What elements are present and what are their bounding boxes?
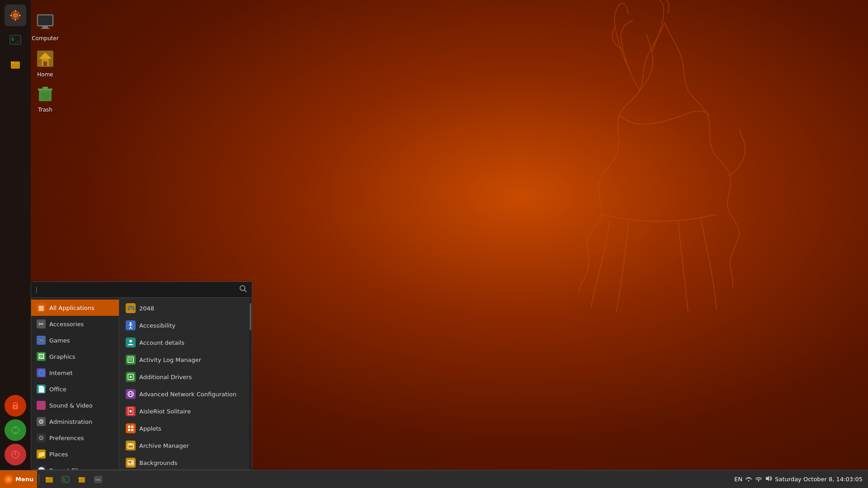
app-label-applets: Applets	[139, 425, 161, 432]
apps-list: 🎮 2048 Accessibility Account details	[119, 298, 249, 469]
svg-rect-44	[131, 426, 133, 428]
app-icon-additional-drivers	[126, 372, 136, 382]
search-bar	[31, 282, 252, 298]
svg-point-66	[758, 480, 760, 482]
svg-line-29	[245, 290, 247, 292]
taskbar-wifi-icon[interactable]	[755, 475, 762, 483]
app-icon-account	[126, 338, 136, 347]
svg-text:$ _: $ _	[11, 37, 20, 42]
administration-icon: ⚙	[37, 417, 46, 426]
category-administration-label: Administration	[49, 418, 92, 425]
recent-icon: 🕐	[37, 466, 46, 469]
category-office[interactable]: 📄 Office	[31, 381, 119, 397]
svg-rect-7	[43, 61, 47, 66]
dock-item-power[interactable]	[5, 444, 26, 465]
taskbar-right: EN Saturday October 8, 14:03:05	[729, 475, 868, 483]
dock-item-terminal[interactable]: $ _	[5, 29, 26, 51]
app-label-aisle-riot: AisleRiot Solitaire	[139, 408, 191, 415]
dock-item-files[interactable]	[5, 53, 26, 75]
category-places[interactable]: 📁 Places	[31, 446, 119, 462]
svg-rect-9	[38, 89, 52, 90]
computer-icon	[34, 12, 56, 33]
app-label-backgrounds: Backgrounds	[139, 460, 177, 466]
app-label-activity-log: Activity Log Manager	[139, 357, 201, 363]
app-item-aisle-riot[interactable]: 🃏 AisleRiot Solitaire	[119, 403, 249, 420]
app-item-applets[interactable]: Applets	[119, 420, 249, 437]
taskbar-btn-terminal[interactable]: $_	[58, 472, 73, 487]
svg-rect-49	[129, 444, 132, 445]
category-all-label: All Applications	[49, 305, 94, 311]
svg-point-58	[8, 479, 9, 480]
taskbar-btn-folder-orange[interactable]	[42, 472, 57, 487]
app-item-advanced-network[interactable]: Advanced Network Configuration	[119, 385, 249, 403]
desktop-icon-trash[interactable]: Trash	[25, 80, 66, 116]
desktop-art	[506, 0, 823, 339]
category-graphics-label: Graphics	[49, 353, 75, 360]
category-all[interactable]: ▦ All Applications	[31, 300, 119, 316]
app-item-backgrounds[interactable]: Backgrounds	[119, 454, 249, 469]
taskbar-lang[interactable]: EN	[734, 476, 742, 483]
app-label-account: Account details	[139, 339, 184, 346]
svg-rect-45	[128, 429, 130, 431]
all-apps-icon: ▦	[37, 303, 46, 312]
app-icon-aisle-riot: 🃏	[126, 406, 136, 416]
dock-item-lock[interactable]	[5, 395, 26, 417]
app-item-accessibility[interactable]: Accessibility	[119, 317, 249, 334]
category-preferences[interactable]: ⚙ Preferences	[31, 430, 119, 446]
desktop-icon-home[interactable]: Home	[25, 45, 66, 80]
sound-video-icon: 🎵	[37, 401, 46, 410]
taskbar-menu[interactable]: Menu	[0, 470, 37, 488]
app-item-account[interactable]: Account details	[119, 334, 249, 351]
app-item-activity-log[interactable]: Activity Log Manager	[119, 351, 249, 368]
svg-rect-18	[10, 15, 12, 16]
category-recent-label: Recent Files	[49, 467, 85, 470]
computer-label: Computer	[32, 35, 59, 42]
svg-rect-1	[38, 15, 52, 25]
taskbar-btn-network[interactable]: NM	[91, 472, 105, 487]
svg-rect-36	[128, 357, 133, 362]
app-label-accessibility: Accessibility	[139, 322, 175, 329]
svg-rect-50	[128, 460, 133, 465]
search-input[interactable]	[36, 286, 236, 293]
category-administration[interactable]: ⚙ Administration	[31, 413, 119, 430]
dock-item-settings[interactable]	[5, 5, 26, 26]
app-icon-backgrounds	[126, 458, 136, 468]
category-recent[interactable]: 🕐 Recent Files	[31, 462, 119, 469]
app-icon-applets	[126, 423, 136, 433]
taskbar-volume-icon[interactable]	[765, 475, 772, 483]
category-internet[interactable]: 🌐 Internet	[31, 365, 119, 381]
app-item-additional-drivers[interactable]: Additional Drivers	[119, 368, 249, 385]
svg-point-35	[129, 340, 132, 343]
app-label-2048: 2048	[139, 305, 154, 312]
app-label-archive-manager: Archive Manager	[139, 442, 189, 449]
app-icon-2048: 🎮	[126, 303, 136, 313]
taskbar-sync-icon	[745, 475, 752, 483]
category-internet-label: Internet	[49, 370, 73, 376]
search-icon[interactable]	[239, 285, 247, 295]
svg-rect-43	[128, 426, 130, 428]
svg-rect-17	[15, 19, 16, 21]
svg-rect-16	[15, 10, 16, 12]
category-preferences-label: Preferences	[49, 435, 84, 441]
app-icon-archive-manager	[126, 441, 136, 450]
app-item-2048[interactable]: 🎮 2048	[119, 300, 249, 317]
taskbar-btn-files[interactable]	[75, 472, 89, 487]
taskbar-clock[interactable]: Saturday October 8, 14:03:05	[775, 476, 863, 483]
trash-icon	[34, 83, 56, 105]
desktop-icon-computer[interactable]: Computer	[25, 9, 66, 44]
category-games[interactable]: 🎮 Games	[31, 332, 119, 348]
taskbar: Menu $_ NM EN	[0, 470, 868, 488]
categories-panel: ▦ All Applications ✂ Accessories 🎮 Games…	[31, 298, 119, 469]
svg-rect-10	[42, 87, 48, 89]
app-item-archive-manager[interactable]: Archive Manager	[119, 437, 249, 454]
category-sound-video[interactable]: 🎵 Sound & Video	[31, 397, 119, 413]
app-label-advanced-network: Advanced Network Configuration	[139, 391, 236, 398]
taskbar-menu-label: Menu	[15, 476, 33, 483]
category-graphics[interactable]: 🖼 Graphics	[31, 348, 119, 365]
category-office-label: Office	[49, 386, 66, 393]
dock-item-updates[interactable]	[5, 419, 26, 441]
svg-marker-67	[766, 476, 769, 481]
category-accessories-label: Accessories	[49, 321, 84, 328]
category-accessories[interactable]: ✂ Accessories	[31, 316, 119, 332]
scroll-indicator[interactable]	[249, 298, 252, 469]
